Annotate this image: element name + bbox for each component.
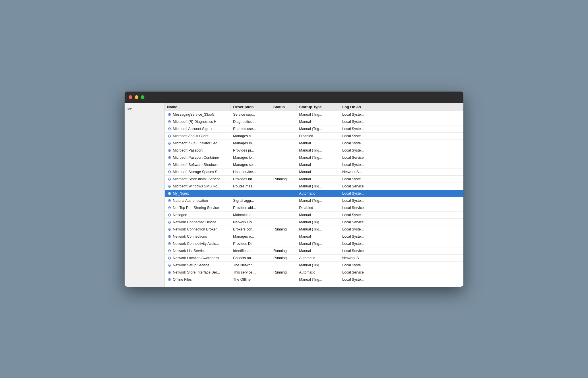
table-row[interactable]: ⚙Microsoft iSCSI Initiator Ser... Manage… (165, 140, 463, 147)
cell-extra (380, 219, 463, 226)
service-gear-icon: ⚙ (167, 184, 172, 189)
col-description: Description (231, 103, 271, 111)
table-row[interactable]: ⚙Microsoft Account Sign-in ... Enables u… (165, 125, 463, 133)
table-row[interactable]: ⚙My_Nginx Automatic Local Syste... (165, 190, 463, 197)
cell-logon: Local Syste... (340, 176, 380, 183)
cell-description: Manages so... (231, 161, 271, 168)
cell-status (271, 133, 297, 139)
table-row[interactable]: ⚙Microsoft Software Shadow... Manages so… (165, 161, 463, 168)
baidu-watermark: Baiu 经验 jingyan.baidu.com (405, 266, 458, 283)
minimize-button[interactable] (135, 95, 138, 99)
cell-startup: Manual (Trig... (297, 219, 340, 226)
cell-logon: Local Syste... (340, 140, 380, 147)
cell-name: ⚙Net.Tcp Port Sharing Service (165, 204, 231, 211)
cell-extra (380, 118, 463, 125)
cell-name: ⚙Microsoft Passport (165, 147, 231, 154)
cell-extra (380, 183, 463, 190)
cell-status: Running (271, 176, 297, 183)
table-row[interactable]: ⚙Network Location Awareness Collects an.… (165, 255, 463, 262)
content-area: ice Name Description Status Startup Type… (125, 103, 463, 287)
cell-status: Running (271, 255, 297, 261)
cell-description (231, 190, 271, 197)
cell-status (271, 276, 297, 283)
cell-status (271, 111, 297, 118)
cell-status (271, 212, 297, 218)
cell-description: Maintains a ... (231, 212, 271, 218)
cell-description: Manages lo... (231, 154, 271, 161)
cell-extra (380, 133, 463, 139)
cell-name: ⚙Microsoft (R) Diagnostics H... (165, 118, 231, 125)
service-gear-icon: ⚙ (167, 277, 172, 282)
cell-extra (380, 197, 463, 204)
titlebar (125, 92, 463, 103)
cell-startup: Manual (297, 140, 340, 147)
cell-startup: Manual (297, 212, 340, 218)
service-gear-icon: ⚙ (167, 127, 172, 131)
table-row[interactable]: ⚙Network Connections Manages o... Manual… (165, 233, 463, 240)
cell-startup: Manual (Trig... (297, 226, 340, 233)
cell-status (271, 140, 297, 147)
cell-name: ⚙Network Connections (165, 233, 231, 240)
cell-description: Manages o... (231, 233, 271, 240)
table-row[interactable]: ⚙Microsoft Passport Container Manages lo… (165, 154, 463, 161)
table-row[interactable]: ⚙Network List Service Identifies th... R… (165, 247, 463, 255)
cell-status (271, 240, 297, 247)
cell-description: Network Co... (231, 219, 271, 226)
cell-logon: Local Service (340, 204, 380, 211)
cell-extra (380, 140, 463, 147)
table-row[interactable]: ⚙Netlogon Maintains a ... Manual Local S… (165, 212, 463, 219)
cell-extra (380, 111, 463, 118)
cell-name: ⚙MessagingService_33aa5 (165, 111, 231, 118)
cell-startup: Manual (Trig... (297, 276, 340, 283)
cell-logon: Network S... (340, 168, 380, 175)
col-name: Name (165, 103, 231, 111)
cell-name: ⚙Microsoft Store Install Service (165, 176, 231, 183)
cell-logon: Local Syste... (340, 161, 380, 168)
table-row[interactable]: ⚙Microsoft Storage Spaces S... Host serv… (165, 168, 463, 176)
service-gear-icon: ⚙ (167, 141, 172, 146)
service-gear-icon: ⚙ (167, 206, 172, 210)
cell-logon: Local Service (340, 269, 380, 276)
cell-logon: Local Service (340, 154, 380, 161)
cell-status: Running (271, 247, 297, 254)
col-extra (380, 103, 463, 111)
table-row[interactable]: ⚙Microsoft (R) Diagnostics H... Diagnost… (165, 118, 463, 125)
cell-startup: Automatic (297, 269, 340, 276)
cell-logon: Local Syste... (340, 240, 380, 247)
cell-startup: Automatic (297, 190, 340, 197)
cell-name: ⚙Network Setup Service (165, 262, 231, 269)
close-button[interactable] (129, 95, 132, 99)
cell-extra (380, 204, 463, 211)
table-row[interactable]: ⚙Microsoft App-V Client Manages A... Dis… (165, 133, 463, 140)
table-row[interactable]: ⚙Microsoft Windows SMS Ro... Routes mes.… (165, 183, 463, 190)
table-row[interactable]: ⚙Microsoft Passport Provides pr... Manua… (165, 147, 463, 154)
cell-startup: Manual (Trig... (297, 125, 340, 132)
cell-status (271, 233, 297, 240)
table-row[interactable]: ⚙Network Connected Device... Network Co.… (165, 219, 463, 226)
cell-name: ⚙Network Connected Device... (165, 219, 231, 226)
service-gear-icon: ⚙ (167, 170, 172, 174)
table-row[interactable]: ⚙Network Connection Broker Brokers con..… (165, 226, 463, 233)
cell-logon: Local Service (340, 183, 380, 190)
table-row[interactable]: ⚙Net.Tcp Port Sharing Service Provides a… (165, 204, 463, 212)
cell-logon: Local Syste... (340, 197, 380, 204)
cell-description: Manages In... (231, 140, 271, 147)
col-logon: Log On As (340, 103, 380, 111)
col-startup: Startup Type (297, 103, 340, 111)
cell-name: ⚙Microsoft iSCSI Initiator Ser... (165, 140, 231, 147)
cell-startup: Manual (297, 176, 340, 183)
cell-description: Provides abi... (231, 204, 271, 211)
cell-name: ⚙Microsoft Storage Spaces S... (165, 168, 231, 175)
maximize-button[interactable] (141, 95, 144, 99)
cell-description: Brokers con... (231, 226, 271, 233)
table-row[interactable]: ⚙Network Connectivity Assis... Provides … (165, 240, 463, 247)
table-row[interactable]: ⚙Natural Authentication Signal aggr... M… (165, 197, 463, 204)
cell-name: ⚙Microsoft App-V Client (165, 133, 231, 139)
service-gear-icon: ⚙ (167, 155, 172, 160)
cell-description: Provides inf... (231, 176, 271, 183)
service-gear-icon: ⚙ (167, 191, 172, 196)
table-row[interactable]: ⚙Microsoft Store Install Service Provide… (165, 176, 463, 183)
table-row[interactable]: ⚙MessagingService_33aa5 Service sup... M… (165, 111, 463, 118)
table-body[interactable]: ⚙MessagingService_33aa5 Service sup... M… (165, 111, 463, 283)
cell-logon: Local Syste... (340, 276, 380, 283)
